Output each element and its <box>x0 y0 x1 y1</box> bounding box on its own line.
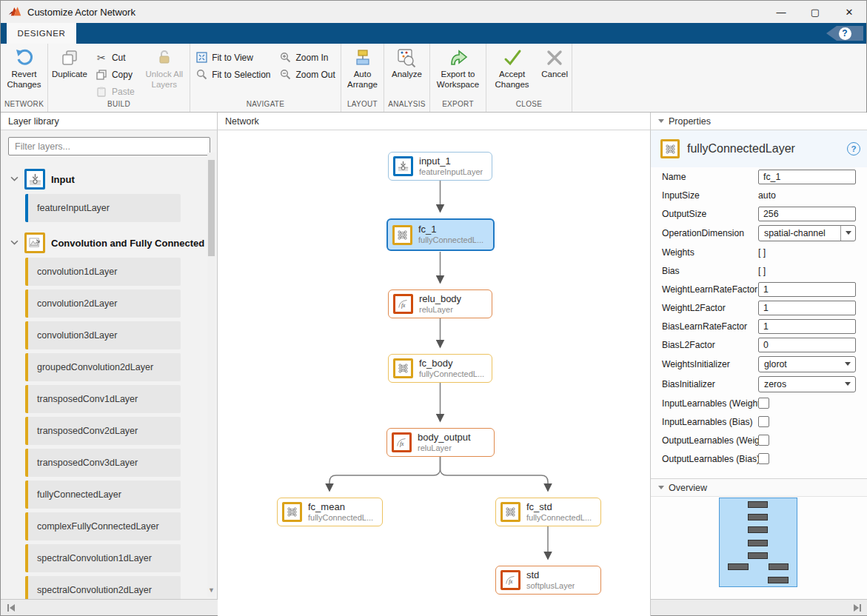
analyze-icon <box>397 48 416 67</box>
cancel-button[interactable]: Cancel <box>538 44 572 100</box>
property-row: Name <box>651 167 867 186</box>
overview-minimap[interactable] <box>651 497 867 600</box>
library-item-convolution1dLayer[interactable]: convolution1dLayer <box>25 258 181 286</box>
chevron-down-icon <box>10 176 19 182</box>
network-panel-header: Network <box>218 113 651 130</box>
weights-initializer-dropdown[interactable]: glorot <box>758 356 856 372</box>
duplicate-button[interactable]: Duplicate <box>48 44 91 100</box>
properties-panel-header[interactable]: Properties <box>651 113 867 130</box>
cancel-x-icon <box>545 48 564 67</box>
fit-to-view-button[interactable]: Fit to View <box>195 49 270 66</box>
close-button[interactable]: ✕ <box>832 1 866 23</box>
accept-check-icon <box>503 48 522 67</box>
analyze-button[interactable]: Analyze <box>388 44 426 100</box>
node-body_output[interactable]: fx body_outputreluLayer <box>386 428 495 457</box>
output-learnables-bias-checkbox[interactable] <box>758 453 769 464</box>
node-fc_1[interactable]: fc_1fullyConnectedL... <box>386 218 495 251</box>
paste-button[interactable]: Paste <box>96 83 135 100</box>
item-color-bar <box>25 544 28 572</box>
overview-node <box>748 526 768 533</box>
operation-dimension-dropdown[interactable]: spatial-channel <box>758 225 856 241</box>
fit-to-selection-icon <box>195 69 207 81</box>
node-type: reluLayer <box>418 443 471 453</box>
network-canvas[interactable]: input_1featureInputLayer fc_1fullyConnec… <box>218 130 651 616</box>
library-item-spectralConvolution1dLayer[interactable]: spectralConvolution1dLayer <box>25 544 181 572</box>
library-item-spectralConvolution2dLayer[interactable]: spectralConvolution2dLayer <box>25 576 181 600</box>
unlock-all-layers-button[interactable]: Unlock All Layers <box>139 44 190 100</box>
node-title: input_1 <box>419 156 483 167</box>
item-color-bar <box>25 289 28 318</box>
section-label: Input <box>51 174 75 185</box>
library-bottom-bar <box>1 599 218 615</box>
copy-button[interactable]: Copy <box>96 66 135 83</box>
node-type: fullyConnectedL... <box>418 235 483 245</box>
filter-layers-input[interactable] <box>8 137 210 155</box>
layer-help-icon[interactable]: ? <box>847 142 860 155</box>
node-input_1[interactable]: input_1featureInputLayer <box>388 152 492 181</box>
convolution-category-icon <box>24 232 45 253</box>
overview-node <box>728 563 749 570</box>
minimap-viewport[interactable] <box>719 498 797 587</box>
outputsize-field[interactable] <box>758 207 856 221</box>
collapse-panel-right-icon[interactable] <box>852 603 862 612</box>
tab-designer[interactable]: DESIGNER <box>7 23 76 44</box>
library-item-featureInputLayer[interactable]: featureInputLayer <box>25 194 181 222</box>
section-input[interactable]: Input <box>10 167 217 191</box>
library-item-transposedConv1dLayer[interactable]: transposedConv1dLayer <box>25 385 181 413</box>
name-field[interactable] <box>758 170 856 184</box>
zoom-in-button[interactable]: Zoom In <box>280 49 335 66</box>
library-item-convolution2dLayer[interactable]: convolution2dLayer <box>25 289 181 318</box>
item-color-bar <box>25 481 28 509</box>
group-close: Accept Changes Cancel CLOSE <box>486 44 572 112</box>
fully-connected-layer-icon <box>282 502 302 522</box>
node-fc_std[interactable]: fc_stdfullyConnectedL... <box>495 498 601 526</box>
relu-layer-icon: fx <box>392 432 412 452</box>
property-row: WeightLearnRateFactor <box>651 280 867 298</box>
maximize-button[interactable]: ▢ <box>798 1 832 23</box>
bias-initializer-dropdown[interactable]: zeros <box>758 376 856 392</box>
node-fc_body[interactable]: fc_bodyfullyConnectedL... <box>388 354 492 383</box>
library-item-complexFullyConnectedLayer[interactable]: complexFullyConnectedLayer <box>25 512 181 540</box>
weight-learn-rate-factor-field[interactable] <box>758 282 856 297</box>
item-color-bar <box>25 353 28 381</box>
bias-l2-factor-field[interactable] <box>758 338 856 352</box>
accept-changes-button[interactable]: Accept Changes <box>486 44 538 100</box>
help-button[interactable]: ? <box>826 26 863 41</box>
fully-connected-layer-icon <box>393 358 413 378</box>
library-item-groupedConvolution2dLayer[interactable]: groupedConvolution2dLayer <box>25 353 181 381</box>
node-fc_mean[interactable]: fc_meanfullyConnectedL... <box>277 498 383 526</box>
scrollbar-thumb[interactable] <box>208 160 215 256</box>
library-item-convolution3dLayer[interactable]: convolution3dLayer <box>25 321 181 349</box>
toolbar-filler <box>572 44 866 112</box>
cut-button[interactable]: ✂ Cut <box>96 49 135 66</box>
minimize-button[interactable]: — <box>764 1 798 23</box>
library-scrollbar[interactable]: ▼ <box>207 153 215 597</box>
fully-connected-layer-icon <box>501 502 520 522</box>
properties-panel-title: Properties <box>669 116 711 127</box>
group-analysis: Analyze ANALYSIS <box>384 44 430 112</box>
input-learnables-weights-checkbox[interactable] <box>758 398 769 409</box>
fit-to-selection-button[interactable]: Fit to Selection <box>195 66 270 83</box>
bias-learn-rate-factor-field[interactable] <box>758 319 856 334</box>
library-item-fullyConnectedLayer[interactable]: fullyConnectedLayer <box>25 481 181 509</box>
section-convolution[interactable]: Convolution and Fully Connected <box>10 231 217 255</box>
input-learnables-bias-checkbox[interactable] <box>758 416 769 427</box>
export-to-workspace-button[interactable]: Export to Workspace <box>430 44 486 100</box>
overview-header[interactable]: Overview <box>651 479 867 497</box>
node-std[interactable]: fx stdsoftplusLayer <box>495 566 601 595</box>
collapse-panel-left-icon[interactable] <box>7 603 16 612</box>
title-bar: Customize Actor Network — ▢ ✕ <box>1 1 866 23</box>
item-color-bar <box>25 576 28 600</box>
library-item-transposedConv3dLayer[interactable]: transposedConv3dLayer <box>25 449 181 477</box>
node-type: fullyConnectedL... <box>526 513 592 523</box>
zoom-out-button[interactable]: Zoom Out <box>280 66 335 83</box>
properties-bottom-bar <box>651 599 867 615</box>
revert-changes-button[interactable]: Revert Changes <box>1 44 47 100</box>
weight-l2-factor-field[interactable] <box>758 301 856 315</box>
scrollbar-down-arrow[interactable]: ▼ <box>207 586 215 594</box>
output-learnables-weights-checkbox[interactable] <box>758 435 769 446</box>
overview-node <box>748 552 768 559</box>
auto-arrange-button[interactable]: Auto Arrange <box>341 44 384 100</box>
library-item-transposedConv2dLayer[interactable]: transposedConv2dLayer <box>25 417 181 445</box>
node-relu_body[interactable]: fx relu_bodyreluLayer <box>388 289 492 318</box>
